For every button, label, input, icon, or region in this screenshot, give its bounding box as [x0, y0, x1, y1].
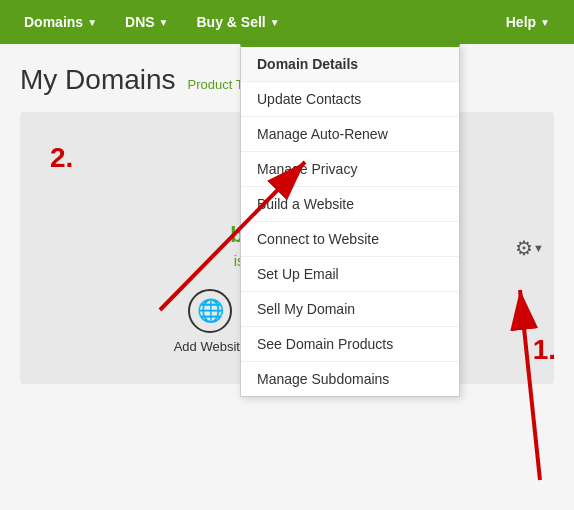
add-website-button[interactable]: 🌐 Add Website	[174, 289, 247, 354]
gear-button[interactable]: ⚙ ▼	[515, 236, 544, 260]
gear-chevron: ▼	[533, 242, 544, 254]
navbar: Domains ▼ DNS ▼ Buy & Sell ▼ Help ▼	[0, 0, 574, 44]
dropdown-item-build-website[interactable]: Build a Website	[241, 187, 459, 222]
nav-buy-sell-label: Buy & Sell	[197, 14, 266, 30]
website-icon: 🌐	[188, 289, 232, 333]
nav-domains-label: Domains	[24, 14, 83, 30]
dropdown-menu: Domain Details Update Contacts Manage Au…	[240, 44, 460, 397]
dropdown-item-manage-auto-renew[interactable]: Manage Auto-Renew	[241, 117, 459, 152]
dropdown-item-connect-website[interactable]: Connect to Website	[241, 222, 459, 257]
nav-domains-chevron: ▼	[87, 17, 97, 28]
dropdown-item-see-products[interactable]: See Domain Products	[241, 327, 459, 362]
nav-help-chevron: ▼	[540, 17, 550, 28]
add-website-label: Add Website	[174, 339, 247, 354]
dropdown-item-manage-privacy[interactable]: Manage Privacy	[241, 152, 459, 187]
dropdown-item-domain-details[interactable]: Domain Details	[241, 47, 459, 82]
gear-icon: ⚙	[515, 236, 533, 260]
step2-label: 2.	[50, 142, 73, 174]
nav-dns[interactable]: DNS ▼	[111, 0, 182, 44]
dropdown-item-sell-domain[interactable]: Sell My Domain	[241, 292, 459, 327]
page-title: My Domains	[20, 64, 176, 96]
nav-buy-sell[interactable]: Buy & Sell ▼	[183, 0, 294, 44]
dropdown-item-update-contacts[interactable]: Update Contacts	[241, 82, 459, 117]
nav-dns-label: DNS	[125, 14, 155, 30]
nav-help[interactable]: Help ▼	[492, 0, 564, 44]
step1-label: 1.	[533, 334, 556, 366]
nav-buy-sell-chevron: ▼	[270, 17, 280, 28]
nav-domains[interactable]: Domains ▼	[10, 0, 111, 44]
nav-dns-chevron: ▼	[159, 17, 169, 28]
nav-help-label: Help	[506, 14, 536, 30]
dropdown-item-manage-subdomains[interactable]: Manage Subdomains	[241, 362, 459, 396]
dropdown-item-set-up-email[interactable]: Set Up Email	[241, 257, 459, 292]
